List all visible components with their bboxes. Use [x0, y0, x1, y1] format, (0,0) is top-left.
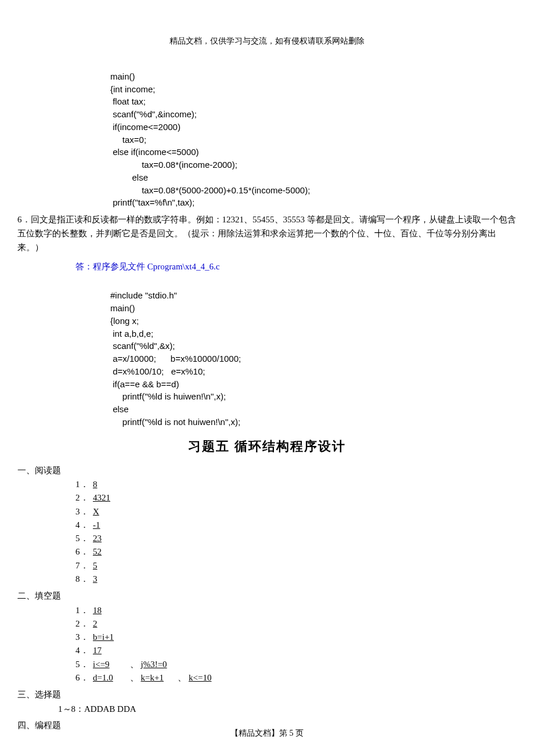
section-1-list: 1．82．43213．X4．-15．236．527．58．3 — [17, 478, 517, 586]
code-line: else if(income<=5000) — [110, 147, 199, 157]
blank-value: 18 — [93, 604, 128, 617]
item-value: 4321 — [93, 491, 135, 505]
item-value: 5 — [93, 559, 135, 573]
item-number: 6． — [75, 671, 93, 685]
code-line: printf("%ld is not huiwen!\n",x); — [110, 417, 240, 427]
list-item: 4．-1 — [75, 519, 517, 532]
item-number: 5． — [75, 532, 93, 545]
code-line: printf("tax=%f\n",tax); — [110, 197, 194, 207]
item-value: 52 — [93, 545, 135, 559]
code-block-palindrome: #include "stdio.h" main() {long x; int a… — [110, 277, 517, 429]
item-number: 2． — [75, 491, 93, 505]
blank-value: 2 — [93, 617, 128, 631]
blank-value: b=i+1 — [93, 631, 128, 644]
chapter-title: 习题五 循环结构程序设计 — [17, 437, 517, 456]
blank-value: k=k+1 — [141, 671, 176, 685]
answer-6-label: 答：程序参见文件 Cprogram\xt4_4_6.c — [75, 260, 517, 273]
item-value: -1 — [93, 519, 135, 532]
blank-value: i<=9 — [93, 658, 128, 671]
code-line: main() — [110, 71, 135, 81]
code-line: scanf("%ld",&x); — [110, 341, 175, 351]
separator: 、 — [176, 673, 189, 682]
code-line: tax=0.08*(5000-2000)+0.15*(income-5000); — [110, 185, 310, 195]
item-number: 1． — [75, 604, 93, 617]
blank-value: k<=10 — [189, 671, 223, 685]
question-6-text: 6．回文是指正读和反读都一样的数或字符串。例如：12321、55455、3555… — [17, 213, 517, 254]
item-number: 3． — [75, 631, 93, 644]
item-number: 4． — [75, 644, 93, 657]
code-line: #include "stdio.h" — [110, 290, 177, 300]
list-item: 1．8 — [75, 478, 517, 491]
list-item: 4． 17 — [75, 644, 517, 657]
code-line: tax=0; — [110, 135, 146, 145]
item-number: 7． — [75, 559, 93, 573]
section-3-heading: 三、选择题 — [17, 688, 517, 701]
item-number: 5． — [75, 658, 93, 671]
item-number: 2． — [75, 617, 93, 631]
code-line: tax=0.08*(income-2000); — [110, 160, 237, 170]
item-value: 8 — [93, 478, 135, 491]
separator: 、 — [128, 660, 141, 669]
code-line: else — [110, 404, 129, 414]
list-item: 2． 2 — [75, 617, 517, 631]
code-line: if(income<=2000) — [110, 122, 181, 132]
blank-value: j%3!=0 — [141, 658, 176, 671]
list-item: 1． 18 — [75, 604, 517, 617]
list-item: 6．52 — [75, 545, 517, 559]
separator: 、 — [128, 673, 141, 682]
code-line: {long x; — [110, 316, 139, 326]
item-number: 8． — [75, 573, 93, 586]
item-value: 23 — [93, 532, 135, 545]
code-line: main() — [110, 303, 135, 313]
list-item: 5．23 — [75, 532, 517, 545]
page-footer: 【精品文档】第 5 页 — [0, 727, 534, 739]
list-item: 6． d=1.0 、 k=k+1 、 k<=10 — [75, 671, 517, 685]
code-line: printf("%ld is huiwen!\n",x); — [110, 391, 226, 401]
blank-value: 17 — [93, 644, 128, 657]
list-item: 2．4321 — [75, 491, 517, 505]
code-line: a=x/10000; b=x%10000/1000; — [110, 354, 241, 363]
header-note: 精品文档，仅供学习与交流，如有侵权请联系网站删除 — [17, 35, 517, 47]
code-line: scanf("%d",&income); — [110, 109, 197, 119]
code-line: d=x%100/10; e=x%10; — [110, 366, 205, 376]
section-1-heading: 一、阅读题 — [17, 464, 517, 477]
item-value: 3 — [93, 573, 135, 586]
code-line: {int income; — [110, 84, 156, 94]
code-line: float tax; — [110, 96, 146, 106]
code-line: if(a==e && b==d) — [110, 379, 179, 389]
code-block-income-tax: main() {int income; float tax; scanf("%d… — [110, 57, 517, 209]
item-number: 4． — [75, 519, 93, 532]
list-item: 8．3 — [75, 573, 517, 586]
blank-value: d=1.0 — [93, 671, 128, 685]
section-3-answers: 1～8：ADDAB DDA — [58, 703, 517, 716]
list-item: 3． b=i+1 — [75, 631, 517, 644]
item-number: 1． — [75, 478, 93, 491]
item-number: 3． — [75, 505, 93, 519]
item-number: 6． — [75, 545, 93, 559]
section-2-heading: 二、填空题 — [17, 589, 517, 603]
section-2-list: 1． 18 2． 2 3． b=i+1 4． 17 5． i<=9 、 j%3!… — [17, 604, 517, 685]
list-item: 7．5 — [75, 559, 517, 573]
code-line: else — [110, 172, 148, 182]
code-line: int a,b,d,e; — [110, 329, 153, 339]
item-value: X — [93, 505, 135, 519]
list-item: 3．X — [75, 505, 517, 519]
list-item: 5． i<=9 、 j%3!=0 — [75, 658, 517, 671]
